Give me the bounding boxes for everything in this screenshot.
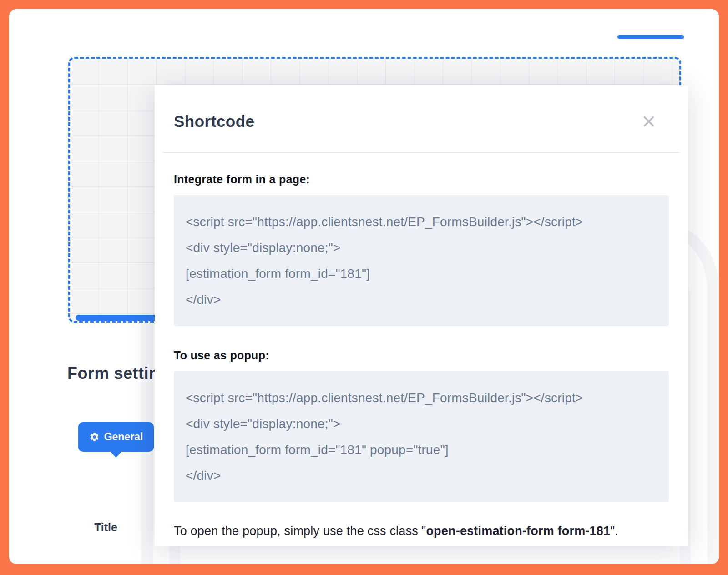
code-line: <script src="https://app.clientsnest.net… bbox=[186, 385, 657, 411]
modal-title: Shortcode bbox=[174, 112, 255, 131]
title-field-label: Title bbox=[94, 521, 117, 534]
code-line: [estimation_form form_id="181" popup="tr… bbox=[186, 437, 657, 463]
popup-code-block: <script src="https://app.clientsnest.net… bbox=[174, 371, 669, 502]
code-line: <div style="display:none;"> bbox=[186, 235, 657, 261]
tab-general[interactable]: General bbox=[78, 422, 154, 452]
note-suffix: ". bbox=[610, 524, 618, 538]
gear-icon bbox=[89, 432, 100, 442]
active-tab-pointer bbox=[110, 451, 122, 458]
app-page: Form settings General Title Shortcode In… bbox=[9, 9, 719, 564]
code-line: <script src="https://app.clientsnest.net… bbox=[186, 209, 657, 235]
modal-header: Shortcode bbox=[155, 85, 688, 131]
popup-usage-note: To open the popup, simply use the css cl… bbox=[174, 524, 669, 538]
popup-section: To use as popup: <script src="https://ap… bbox=[174, 349, 669, 502]
close-icon[interactable] bbox=[640, 112, 658, 131]
integrate-code-block: <script src="https://app.clientsnest.net… bbox=[174, 195, 669, 326]
integrate-section: Integrate form in a page: <script src="h… bbox=[174, 173, 669, 326]
note-prefix: To open the popup, simply use the css cl… bbox=[174, 524, 426, 538]
shortcode-modal: Shortcode Integrate form in a page: <scr… bbox=[155, 85, 688, 546]
note-css-class: open-estimation-form form-181 bbox=[426, 524, 610, 538]
tab-general-label: General bbox=[104, 431, 143, 443]
code-line: </div> bbox=[186, 287, 657, 313]
modal-body: Integrate form in a page: <script src="h… bbox=[155, 153, 688, 546]
code-line: </div> bbox=[186, 463, 657, 489]
active-tab-indicator bbox=[617, 35, 684, 39]
code-line: [estimation_form form_id="181"] bbox=[186, 261, 657, 287]
integrate-section-heading: Integrate form in a page: bbox=[174, 173, 669, 186]
popup-section-heading: To use as popup: bbox=[174, 349, 669, 362]
code-line: <div style="display:none;"> bbox=[186, 411, 657, 437]
